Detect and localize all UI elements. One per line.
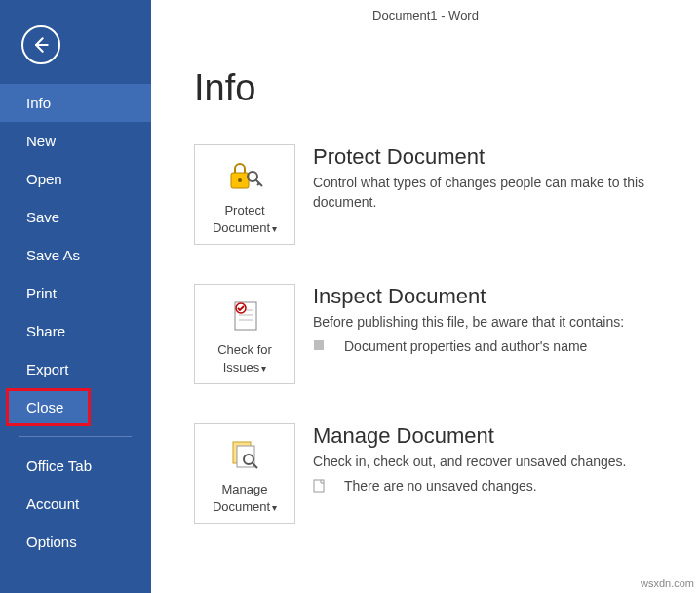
nav-print[interactable]: Print <box>0 274 151 312</box>
chevron-down-icon: ▾ <box>272 223 277 234</box>
window-title: Document1 - Word <box>151 0 700 22</box>
nav-list: Info New Open Save Save As Print Share E… <box>0 84 151 561</box>
chevron-down-icon: ▾ <box>261 363 266 374</box>
nav-save-as[interactable]: Save As <box>0 236 151 274</box>
section-protect: Protect Document▾ Protect Document Contr… <box>194 144 700 245</box>
inspect-title: Inspect Document <box>313 284 684 309</box>
nav-office-tab[interactable]: Office Tab <box>0 447 151 485</box>
section-inspect: Check for Issues▾ Inspect Document Befor… <box>194 284 700 384</box>
nav-account[interactable]: Account <box>0 485 151 523</box>
manage-title: Manage Document <box>313 423 684 449</box>
check-for-issues-button[interactable]: Check for Issues▾ <box>194 284 295 384</box>
lock-key-icon <box>201 155 289 198</box>
inspect-button-line2: Issues▾ <box>201 359 289 376</box>
manage-body: Manage Document Check in, check out, and… <box>313 423 700 494</box>
svg-rect-11 <box>314 340 324 350</box>
svg-rect-16 <box>314 480 324 492</box>
nav-divider <box>19 436 132 437</box>
page-heading: Info <box>194 67 700 109</box>
manage-bullet-text: There are no unsaved changes. <box>344 478 537 494</box>
main-pane: Document1 - Word Info Protect Document▾ <box>151 0 700 593</box>
nav-new[interactable]: New <box>0 122 151 160</box>
chevron-down-icon: ▾ <box>272 502 277 513</box>
nav-save[interactable]: Save <box>0 198 151 236</box>
document-search-icon <box>201 434 289 477</box>
inspect-body: Inspect Document Before publishing this … <box>313 284 700 354</box>
square-bullet-icon <box>313 339 327 353</box>
protect-button-line2: Document▾ <box>201 219 289 237</box>
section-manage: Manage Document▾ Manage Document Check i… <box>194 423 700 524</box>
nav-options[interactable]: Options <box>0 523 151 561</box>
protect-body: Protect Document Control what types of c… <box>313 144 700 212</box>
back-button[interactable] <box>21 25 60 64</box>
watermark: wsxdn.com <box>641 577 694 589</box>
manage-bullet-row: There are no unsaved changes. <box>313 478 684 494</box>
manage-desc: Check in, check out, and recover unsaved… <box>313 453 684 472</box>
protect-desc: Control what types of changes people can… <box>313 174 684 212</box>
svg-line-5 <box>257 183 259 185</box>
backstage-sidebar: Info New Open Save Save As Print Share E… <box>0 0 151 593</box>
arrow-left-icon <box>31 35 51 55</box>
nav-share[interactable]: Share <box>0 312 151 350</box>
checklist-icon <box>201 295 289 337</box>
app-root: Info New Open Save Save As Print Share E… <box>0 0 700 593</box>
nav-open[interactable]: Open <box>0 160 151 198</box>
inspect-bullet-row: Document properties and author's name <box>313 338 684 354</box>
protect-document-button[interactable]: Protect Document▾ <box>194 144 295 245</box>
svg-point-2 <box>238 178 242 182</box>
manage-button-line2: Document▾ <box>201 498 289 516</box>
protect-button-line1: Protect <box>201 202 289 219</box>
manage-document-button[interactable]: Manage Document▾ <box>194 423 295 524</box>
nav-close[interactable]: Close <box>6 388 91 426</box>
inspect-button-line1: Check for <box>201 341 289 359</box>
nav-info[interactable]: Info <box>0 84 151 122</box>
manage-button-line1: Manage <box>201 481 289 498</box>
document-small-icon <box>313 479 327 493</box>
nav-export[interactable]: Export <box>0 350 151 388</box>
inspect-desc: Before publishing this file, be aware th… <box>313 313 684 333</box>
protect-title: Protect Document <box>313 144 684 170</box>
inspect-bullet-text: Document properties and author's name <box>344 338 587 354</box>
